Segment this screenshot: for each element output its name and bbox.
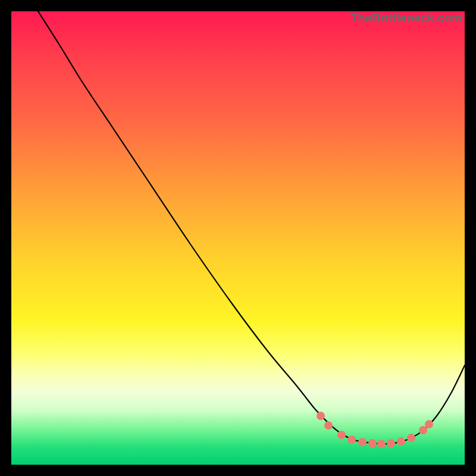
marker-dot [347, 436, 356, 444]
marker-dots [317, 412, 433, 448]
bottleneck-curve [38, 11, 465, 444]
marker-dot [358, 438, 367, 446]
marker-dot [387, 439, 395, 447]
marker-dot [337, 431, 346, 439]
marker-dot [324, 421, 333, 430]
marker-dot [397, 437, 405, 446]
marker-dot [377, 440, 386, 448]
marker-dot [419, 426, 427, 434]
chart-svg [11, 11, 465, 465]
watermark-text: TheBottleneck.com [350, 11, 462, 25]
marker-dot [317, 412, 325, 420]
marker-dot [425, 420, 433, 428]
chart-frame: TheBottleneck.com [11, 11, 465, 465]
marker-dot [407, 434, 415, 442]
marker-dot [368, 439, 377, 447]
